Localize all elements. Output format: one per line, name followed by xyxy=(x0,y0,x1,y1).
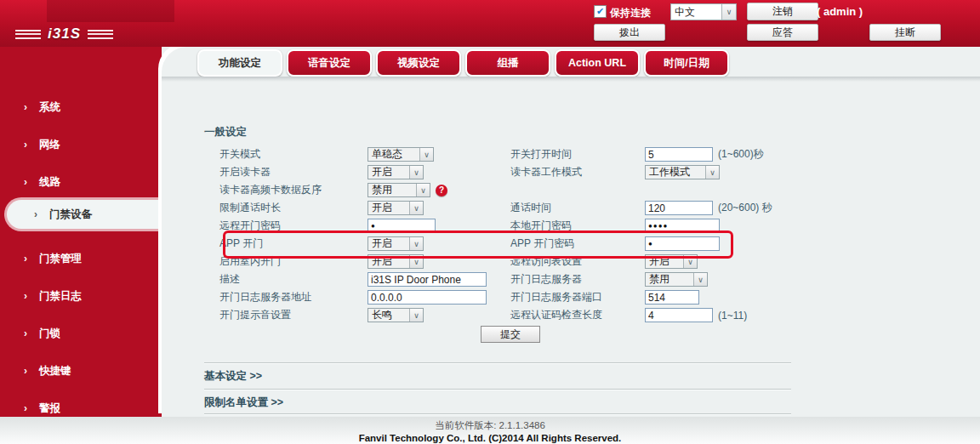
field-select[interactable]: 单稳态∨ xyxy=(368,147,434,162)
field-select[interactable]: 开启∨ xyxy=(368,254,424,269)
chevron-right-icon: › xyxy=(24,253,27,265)
hangup-button[interactable]: 挂断 xyxy=(869,24,941,41)
chevron-down-icon: ∨ xyxy=(409,309,423,322)
chevron-down-icon: ∨ xyxy=(409,166,423,179)
password-field[interactable]: ● xyxy=(645,236,720,251)
submit-button[interactable]: 提交 xyxy=(481,326,540,343)
form-row: 开关模式单稳态∨开关打开时间5(1~600)秒 xyxy=(162,145,980,163)
header-bar: i31S ✔ 保持连接 中文 ∨ 注销 ( admin ) 拨出 应答 挂断 xyxy=(0,0,980,47)
language-select[interactable]: 中文 ∨ xyxy=(670,3,737,20)
field-control: 120(20~600) 秒 xyxy=(645,201,980,215)
sidebar-item-5[interactable]: ›门禁管理 xyxy=(0,251,162,266)
field-control: 禁用∨? xyxy=(368,183,510,197)
field-control: ● xyxy=(645,236,980,251)
field-select-value: 长鸣 xyxy=(368,309,409,322)
field-select-value: 开启 xyxy=(646,255,683,268)
sidebar-nav: ›系统›网络›线路›门禁设备›门禁管理›门禁日志›门锁›快捷键›警报 xyxy=(0,47,162,417)
chevron-right-icon: › xyxy=(24,101,27,113)
field-select[interactable]: 禁用∨ xyxy=(368,183,430,197)
text-field[interactable]: 120 xyxy=(645,201,713,215)
field-select[interactable]: 开启∨ xyxy=(368,201,424,215)
sidebar-item-8[interactable]: ›快捷键 xyxy=(0,363,162,379)
chevron-down-icon: ∨ xyxy=(419,148,433,161)
sidebar-item-2[interactable]: ›网络 xyxy=(0,137,162,152)
field-label: 开门日志服务器地址 xyxy=(219,290,368,305)
sidebar-item-4[interactable]: ›门禁设备 xyxy=(7,200,162,229)
text-field[interactable]: i31S IP Door Phone xyxy=(368,272,487,287)
field-label: 开关模式 xyxy=(219,147,368,162)
chevron-down-icon: ∨ xyxy=(683,255,697,268)
chevron-down-icon: ∨ xyxy=(409,202,423,214)
keep-connection-label: 保持连接 xyxy=(610,6,651,20)
sidebar-item-label: 系统 xyxy=(39,100,60,115)
chevron-right-icon: › xyxy=(24,327,27,339)
sidebar-item-6[interactable]: ›门禁日志 xyxy=(0,288,162,304)
text-field[interactable]: 514 xyxy=(645,290,699,305)
chevron-down-icon: ∨ xyxy=(721,4,736,20)
sidebar-item-label: 快捷键 xyxy=(39,364,71,379)
chevron-right-icon: › xyxy=(24,139,27,151)
form-row: 远程开门密码●本地开门密码●●●● xyxy=(162,217,980,235)
logo-lines-right-icon xyxy=(88,30,113,39)
password-field[interactable]: ● xyxy=(368,219,436,233)
field-control: 工作模式∨ xyxy=(645,165,980,179)
logout-button[interactable]: 注销 xyxy=(747,3,818,20)
field-select-value: 单稳态 xyxy=(368,148,419,161)
chevron-right-icon: › xyxy=(34,208,37,220)
text-field[interactable]: 5 xyxy=(645,147,713,162)
field-control: 开启∨ xyxy=(368,236,510,251)
chevron-right-icon: › xyxy=(24,402,27,414)
field-select[interactable]: 工作模式∨ xyxy=(645,165,720,179)
logo-text: i31S xyxy=(48,26,81,43)
sidebar-item-label: 网络 xyxy=(39,138,60,152)
help-icon[interactable]: ? xyxy=(436,185,447,196)
field-control: ●●●● xyxy=(645,219,980,233)
text-field[interactable]: 4 xyxy=(645,308,713,322)
form-row: 限制通话时长开启∨通话时间120(20~600) 秒 xyxy=(162,199,980,217)
dial-button[interactable]: 拨出 xyxy=(594,24,665,41)
sidebar-item-7[interactable]: ›门锁 xyxy=(0,326,162,341)
field-label: 远程认证码检查长度 xyxy=(510,308,645,322)
sidebar-item-9[interactable]: ›警报 xyxy=(0,401,162,416)
field-select-value: 开启 xyxy=(368,166,409,179)
field-select[interactable]: 开启∨ xyxy=(368,165,424,179)
sidebar-item-1[interactable]: ›系统 xyxy=(0,100,162,115)
field-control: 单稳态∨ xyxy=(368,147,510,162)
field-select-value: 禁用 xyxy=(646,273,693,286)
field-select[interactable]: 长鸣∨ xyxy=(368,308,424,322)
sidebar-item-3[interactable]: ›线路 xyxy=(0,174,162,190)
field-label: 限制通话时长 xyxy=(219,201,368,215)
field-control: 514 xyxy=(645,290,980,305)
checkmark-icon: ✔ xyxy=(596,7,604,16)
chevron-right-icon: › xyxy=(24,290,27,302)
answer-button[interactable]: 应答 xyxy=(747,24,818,41)
chevron-down-icon: ∨ xyxy=(693,273,707,286)
section-basic-settings[interactable]: 基本设定 >> xyxy=(204,369,262,384)
field-control: 禁用∨ xyxy=(645,272,980,287)
field-label: APP 开门 xyxy=(219,236,368,251)
section-restricted-list-settings[interactable]: 限制名单设置 >> xyxy=(204,396,283,410)
field-label: 开门日志服务器 xyxy=(510,272,645,287)
main-content: 功能设定语音设定视频设定组播Action URL时间/日期 一般设定 开关模式单… xyxy=(162,47,980,417)
field-label: 开门提示音设置 xyxy=(219,308,368,322)
form-row: 开启读卡器开启∨读卡器工作模式工作模式∨ xyxy=(162,163,980,181)
password-field[interactable]: ●●●● xyxy=(645,219,720,233)
chevron-down-icon: ∨ xyxy=(409,255,423,268)
keep-connection-checkbox[interactable]: ✔ xyxy=(594,5,607,18)
field-control: 0.0.0.0 xyxy=(368,290,510,305)
field-label: 读卡器高频卡数据反序 xyxy=(219,183,368,197)
field-label: 远程访问表设置 xyxy=(510,254,645,269)
admin-user-label: ( admin ) xyxy=(817,5,863,18)
field-select[interactable]: 开启∨ xyxy=(645,254,698,269)
logo-lines-left-icon xyxy=(15,30,41,39)
field-hint: (1~11) xyxy=(718,310,747,322)
field-select[interactable]: 开启∨ xyxy=(368,236,424,251)
text-field[interactable]: 0.0.0.0 xyxy=(368,290,487,305)
sidebar-item-label: 门禁设备 xyxy=(49,208,92,222)
chevron-right-icon: › xyxy=(24,365,27,377)
field-control: 开启∨ xyxy=(368,165,510,179)
page: i31S ✔ 保持连接 中文 ∨ 注销 ( admin ) 拨出 应答 挂断 ›… xyxy=(0,0,980,444)
footer: 当前软件版本: 2.1.1.3486 Fanvil Technology Co.… xyxy=(0,417,980,444)
divider xyxy=(204,413,791,414)
field-select[interactable]: 禁用∨ xyxy=(645,272,708,287)
